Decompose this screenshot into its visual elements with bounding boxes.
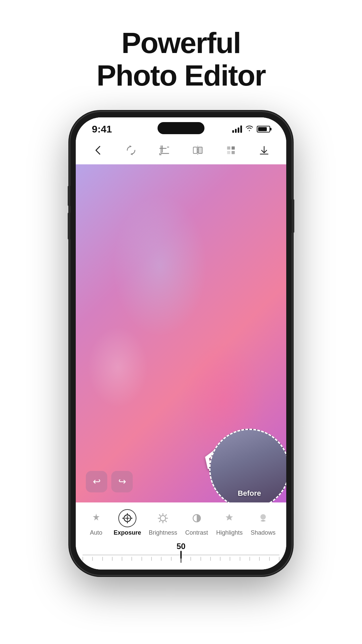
exposure-label: Exposure — [114, 529, 141, 536]
contrast-icon-wrap — [188, 509, 206, 527]
slider-track — [82, 554, 280, 555]
tick — [190, 557, 191, 561]
svg-line-21 — [160, 521, 161, 522]
tick — [102, 557, 103, 561]
bottom-tools-panel: Auto Exposure — [76, 502, 286, 570]
highlights-icon-wrap — [220, 509, 238, 527]
rotate-button[interactable] — [122, 142, 140, 159]
tool-brightness[interactable]: Brightness — [145, 506, 181, 540]
brightness-label: Brightness — [149, 529, 177, 536]
before-label: Before — [238, 489, 261, 498]
tick — [141, 557, 142, 561]
page-title: Powerful Photo Editor — [97, 27, 265, 92]
filter-button[interactable] — [222, 142, 240, 159]
tick — [249, 557, 250, 561]
volume-up-button — [68, 186, 70, 206]
tick — [131, 557, 132, 561]
highlights-label: Highlights — [216, 529, 243, 536]
slider-thumb — [180, 551, 182, 559]
tool-exposure[interactable]: Exposure — [110, 506, 145, 540]
svg-rect-4 — [232, 146, 235, 150]
tool-shadows[interactable]: Shadows — [247, 506, 280, 540]
contrast-label: Contrast — [185, 529, 208, 536]
tick — [151, 557, 152, 561]
photo-background: ↩ ↪ ❮ Before — [76, 164, 286, 502]
tool-auto[interactable]: Auto — [82, 506, 110, 540]
slider-value-row: 50 — [76, 540, 286, 551]
dynamic-island — [158, 122, 204, 134]
tick — [92, 557, 93, 561]
auto-label: Auto — [90, 529, 102, 536]
brightness-icon-wrap — [154, 509, 172, 527]
svg-line-20 — [166, 521, 167, 522]
signal-icon — [232, 125, 242, 133]
exposure-icon-wrap — [118, 509, 136, 527]
tick — [200, 557, 201, 561]
svg-line-19 — [160, 515, 161, 516]
tool-highlights[interactable]: Highlights — [212, 506, 247, 540]
slider-value: 50 — [177, 542, 186, 551]
tick — [112, 557, 113, 561]
auto-icon-wrap — [87, 509, 105, 527]
undo-redo-controls: ↩ ↪ — [86, 471, 133, 492]
tools-row: Auto Exposure — [76, 506, 286, 540]
wifi-icon — [245, 125, 253, 133]
redo-button[interactable]: ↪ — [111, 471, 133, 492]
phone-screen: 9:41 — [76, 117, 286, 570]
volume-down-button — [68, 213, 70, 239]
tick — [210, 557, 211, 561]
tick — [82, 557, 83, 561]
tick — [220, 557, 221, 561]
svg-line-22 — [166, 515, 167, 516]
download-button[interactable] — [255, 142, 273, 159]
phone-mockup: 9:41 — [70, 112, 292, 575]
flip-button[interactable] — [189, 142, 206, 159]
tick — [230, 557, 230, 561]
status-time: 9:41 — [92, 123, 112, 135]
shadows-icon-wrap — [254, 509, 272, 527]
tick — [122, 557, 122, 561]
svg-point-14 — [160, 516, 166, 521]
shadows-label: Shadows — [251, 529, 276, 536]
svg-rect-0 — [193, 147, 197, 153]
svg-rect-3 — [227, 146, 230, 150]
svg-rect-1 — [198, 147, 202, 153]
tick — [171, 557, 172, 561]
tick — [259, 557, 260, 561]
power-button — [292, 199, 294, 233]
slider-container[interactable] — [76, 551, 286, 570]
svg-rect-6 — [232, 151, 235, 154]
tick — [161, 557, 162, 561]
tool-contrast[interactable]: Contrast — [181, 506, 212, 540]
tick — [269, 557, 270, 561]
tick — [279, 557, 280, 561]
tick — [240, 557, 240, 561]
crop-button[interactable] — [156, 142, 173, 159]
back-button[interactable] — [89, 142, 107, 159]
svg-point-24 — [260, 514, 266, 520]
status-icons — [232, 125, 270, 133]
battery-icon — [257, 126, 270, 132]
editor-toolbar — [76, 138, 286, 164]
svg-rect-5 — [227, 151, 230, 154]
photo-canvas: ↩ ↪ ❮ Before — [76, 164, 286, 502]
undo-button[interactable]: ↩ — [86, 471, 107, 492]
